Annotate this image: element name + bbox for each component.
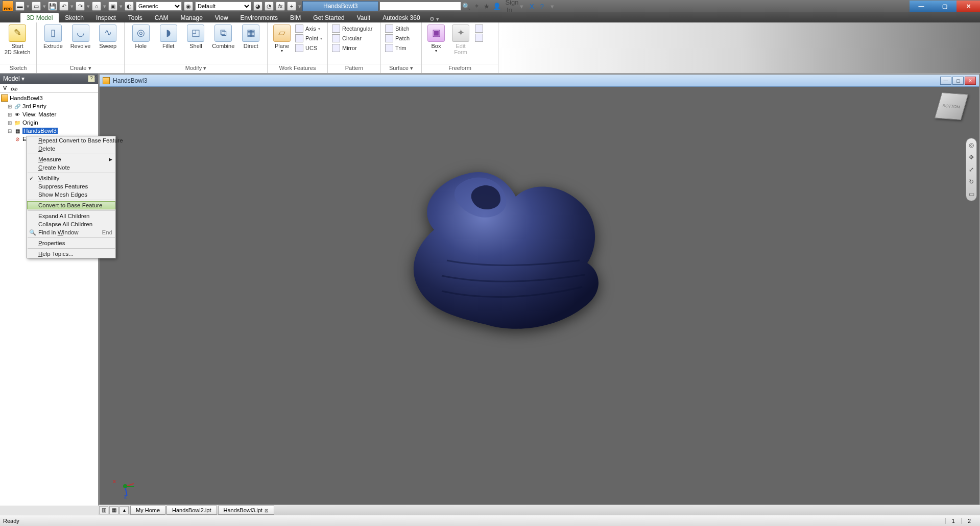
trim-button[interactable]: Trim — [385, 44, 410, 52]
wheel-icon[interactable]: ◎ — [969, 141, 974, 149]
tab-inspect[interactable]: Inspect — [90, 13, 122, 22]
qat-appearance-icon[interactable]: ◉ — [184, 2, 193, 11]
ctx-repeat[interactable]: Repeat Convert to Base Feature — [27, 136, 115, 145]
tab-get-started[interactable]: Get Started — [307, 13, 350, 22]
ribbon-settings-icon[interactable]: ⚙ ▾ — [426, 16, 442, 22]
freeform-extra1-icon[interactable] — [475, 25, 483, 33]
tab-tools[interactable]: Tools — [122, 13, 149, 22]
appearance-dropdown[interactable]: Default — [195, 2, 251, 11]
circular-button[interactable]: Circular — [332, 34, 372, 42]
shell-button[interactable]: ◰Shell — [184, 25, 208, 49]
point-button[interactable]: Point▾ — [295, 34, 322, 42]
browser-header[interactable]: Model ▾? — [0, 74, 98, 84]
qat-save-icon[interactable]: 💾 — [48, 2, 57, 11]
qat-color1-icon[interactable]: ◕ — [253, 2, 262, 11]
navigation-bar[interactable]: ◎ ✥ ⤢ ↻ ▭ — [966, 138, 977, 201]
ctx-delete[interactable]: Delete — [27, 145, 115, 153]
viewport-close-button[interactable]: ✕ — [965, 77, 976, 85]
panel-surface-label[interactable]: Surface ▾ — [381, 64, 421, 73]
axis-button[interactable]: Axis▾ — [295, 25, 322, 33]
tab-vault[interactable]: Vault — [351, 13, 376, 22]
find-icon[interactable]: ⌕⌕ — [11, 85, 18, 91]
doctab-handsbowl3[interactable]: HandsBowl3.ipt⊠ — [218, 506, 274, 515]
document-tab[interactable]: HandsBowl3 — [302, 1, 378, 11]
tab-manage[interactable]: Manage — [174, 13, 208, 22]
qat-new-icon[interactable]: ▬ — [15, 2, 25, 11]
key-icon[interactable]: ⌖ — [472, 2, 481, 10]
hole-button[interactable]: ◎Hole — [129, 25, 153, 49]
rectangular-button[interactable]: Rectangular — [332, 25, 372, 33]
combine-button[interactable]: ⧉Combine — [211, 25, 235, 49]
lookat-icon[interactable]: ▭ — [969, 190, 974, 198]
doctab-my-home[interactable]: My Home — [130, 506, 165, 515]
doctab-handsbowl2[interactable]: HandsBowl2.ipt — [166, 506, 217, 515]
ucs-button[interactable]: UCS — [295, 44, 322, 52]
qat-undo-icon[interactable]: ↶ — [59, 2, 68, 11]
mesh-body[interactable] — [386, 153, 610, 337]
tab-sketch[interactable]: Sketch — [59, 13, 90, 22]
user-icon[interactable]: 👤 — [493, 3, 501, 10]
tab-environments[interactable]: Environments — [234, 13, 284, 22]
qat-material-icon[interactable]: ◐ — [125, 2, 134, 11]
qat-color2-icon[interactable]: ◔ — [265, 2, 274, 11]
filter-icon[interactable]: ∇ — [3, 85, 7, 91]
box-button[interactable]: ▣Box▾ — [426, 25, 446, 54]
tree-root[interactable]: HandsBowl3 — [0, 94, 98, 102]
ctx-measure[interactable]: Measure▶ — [27, 155, 115, 163]
tab-control-2[interactable]: ▦ — [109, 506, 118, 514]
tab-control-1[interactable]: ▥ — [99, 506, 108, 514]
stitch-button[interactable]: Stitch — [385, 25, 410, 33]
ctx-expand-all[interactable]: Expand All Children — [27, 212, 115, 220]
qat-plus-icon[interactable]: + — [287, 2, 296, 11]
ctx-help-topics[interactable]: Help Topics... — [27, 250, 115, 258]
search-icon[interactable]: 🔍 — [462, 3, 470, 10]
tab-bim[interactable]: BIM — [284, 13, 307, 22]
tab-scroll-up[interactable]: ▴ — [119, 506, 129, 514]
material-dropdown[interactable]: Generic — [136, 2, 182, 11]
qat-select-icon[interactable]: ▣ — [108, 2, 117, 11]
ctx-suppress[interactable]: Suppress Features — [27, 182, 115, 190]
tab-autodesk-360[interactable]: Autodesk 360 — [376, 13, 426, 22]
fillet-button[interactable]: ◗Fillet — [156, 25, 181, 49]
tab-view[interactable]: View — [209, 13, 234, 22]
tab-cam[interactable]: CAM — [149, 13, 175, 22]
maximize-button[interactable]: ▢ — [933, 1, 957, 12]
zoom-icon[interactable]: ⤢ — [969, 166, 974, 173]
3d-viewport[interactable]: BOTTOM ◎ ✥ ⤢ ↻ ▭ — [100, 87, 979, 505]
start-2d-sketch-button[interactable]: ✎Start 2D Sketch — [4, 25, 31, 55]
ctx-collapse-all[interactable]: Collapse All Children — [27, 220, 115, 228]
tree-3rd-party[interactable]: ⊞🔗3rd Party — [0, 102, 98, 110]
ctx-convert-base-feature[interactable]: Convert to Base Feature — [27, 201, 115, 209]
plane-button[interactable]: ▱Plane▾ — [272, 25, 292, 54]
ctx-create-note[interactable]: Create Note — [27, 163, 115, 172]
pan-icon[interactable]: ✥ — [969, 154, 974, 161]
freeform-extra2-icon[interactable] — [475, 34, 483, 42]
panel-create-label[interactable]: Create ▾ — [37, 64, 124, 73]
sign-in-link[interactable]: Sign In — [505, 0, 513, 14]
viewport-maximize-button[interactable]: ▢ — [952, 77, 964, 85]
qat-open-icon[interactable]: ▭ — [32, 2, 41, 11]
tree-selected-mesh[interactable]: ⊟▦HandsBowl3 — [0, 127, 98, 135]
ctx-visibility[interactable]: ✓Visibility — [27, 174, 115, 182]
help-search-input[interactable] — [379, 2, 461, 11]
qat-redo-icon[interactable]: ↷ — [76, 2, 85, 11]
extrude-button[interactable]: ▯Extrude — [41, 25, 65, 49]
close-tab-icon[interactable]: ⊠ — [265, 508, 269, 513]
star-icon[interactable]: ★ — [483, 3, 491, 10]
close-button[interactable]: ✕ — [957, 1, 980, 12]
tab-3d-model[interactable]: 3D Model — [20, 13, 59, 22]
qat-home-icon[interactable]: ⌂ — [92, 2, 101, 11]
view-cube[interactable]: BOTTOM — [935, 92, 968, 120]
tree-origin[interactable]: ⊞📁Origin — [0, 118, 98, 127]
viewport-minimize-button[interactable]: — — [940, 77, 951, 85]
minimize-button[interactable]: — — [910, 1, 933, 12]
sweep-button[interactable]: ∿Sweep — [95, 25, 120, 49]
browser-close-icon[interactable]: × — [94, 74, 97, 79]
direct-button[interactable]: ▦Direct — [238, 25, 263, 49]
qat-fx-icon[interactable]: fx — [276, 2, 285, 11]
revolve-button[interactable]: ◡Revolve — [68, 25, 93, 49]
mirror-button[interactable]: Mirror — [332, 44, 372, 52]
tree-view[interactable]: ⊞👁View: Master — [0, 110, 98, 118]
panel-modify-label[interactable]: Modify ▾ — [125, 64, 267, 73]
viewport-titlebar[interactable]: HandsBowl3 — ▢ ✕ — [100, 75, 979, 87]
